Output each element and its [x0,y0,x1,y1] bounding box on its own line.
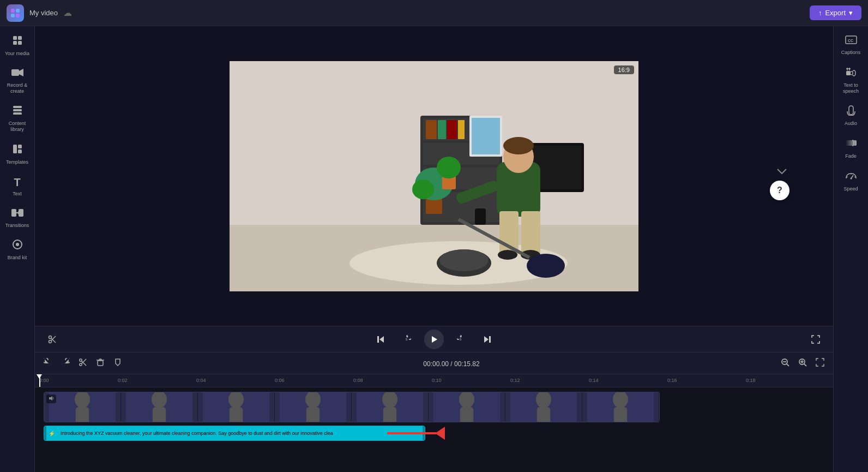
svg-rect-6 [13,41,17,45]
topbar: My video ☁ ↑ Export ▾ [0,0,868,26]
svg-rect-30 [426,120,437,139]
track-frame [121,392,198,422]
svg-line-135 [847,177,848,177]
svg-point-57 [527,254,565,278]
transitions-icon [11,208,23,220]
tracks-area: Introducing the XYZ vacuum cleaner, your… [35,387,833,445]
svg-line-65 [51,336,56,340]
timecode-text: 00:00.00 / 00:15.82 [423,360,479,368]
undo-button[interactable] [41,356,55,371]
export-chevron: ▾ [849,9,853,17]
svg-rect-16 [11,209,16,217]
svg-rect-4 [13,36,17,40]
expand-timeline-button[interactable] [774,167,789,176]
fade-icon [845,138,857,151]
delete-button[interactable] [94,356,107,371]
video-track[interactable] [44,392,660,422]
rewind-button[interactable]: 5 [398,331,415,348]
video-controls: 5 5 [35,326,833,352]
controls-right [807,331,824,348]
ruler-mark-8: 0:08 [353,378,432,383]
sidebar-label-text-to-speech: Text tospeech [843,82,859,94]
svg-point-53 [439,249,489,271]
svg-point-63 [49,340,52,343]
zoom-out-button[interactable] [779,356,792,371]
track-frame [198,392,275,422]
help-icon: ? [777,186,782,195]
export-button[interactable]: ↑ Export ▾ [810,5,861,20]
mark-button[interactable] [111,356,124,371]
svg-rect-1 [16,9,20,13]
center-area: 16:9 ? [35,26,833,472]
svg-rect-120 [537,407,551,422]
skip-forward-button[interactable] [479,331,496,348]
video-frame: 16:9 [230,61,638,291]
ruler-mark-18: 0:18 [746,378,824,383]
sidebar-item-text-to-speech[interactable]: Text tospeech [836,62,866,99]
help-button[interactable]: ? [770,181,789,200]
caption-track[interactable]: Introducing the XYZ vacuum cleaner, your… [44,426,425,441]
ruler-mark-16: 0:16 [667,378,746,383]
cloud-icon: ☁ [63,8,72,18]
sidebar-item-audio[interactable]: Audio [836,100,866,131]
export-icon: ↑ [818,9,822,17]
ruler-mark-10: 0:10 [432,378,510,383]
sidebar-item-captions[interactable]: CC Captions [836,31,866,60]
svg-marker-66 [379,336,384,343]
svg-rect-0 [11,9,15,13]
sidebar-label-content-library: Contentlibrary [9,121,26,133]
sidebar-item-templates[interactable]: Templates [2,139,33,170]
sidebar-item-your-media[interactable]: Your media [2,31,33,61]
sidebar-label-audio: Audio [845,121,857,127]
fit-timeline-button[interactable] [813,356,827,371]
time-display: 00:00.00 / 00:15.82 [423,359,479,368]
svg-rect-12 [13,112,22,115]
track-frame [582,392,659,422]
fast-forward-button[interactable]: 5 [453,331,470,348]
video-track-container [39,392,829,422]
main-layout: Your media Record &create Contentlibrary [0,26,868,472]
sidebar-item-brand-kit[interactable]: Brand kit [2,235,33,265]
svg-rect-81 [98,361,103,366]
topbar-left: My video ☁ [7,4,72,22]
sidebar-item-speed[interactable]: Speed [836,166,866,196]
svg-marker-84 [116,359,120,366]
svg-rect-15 [18,150,22,153]
ruler-mark-12: 0:12 [510,378,589,383]
playhead[interactable] [39,374,40,387]
sidebar-item-content-library[interactable]: Contentlibrary [2,100,33,137]
svg-point-48 [498,250,517,260]
svg-line-64 [51,338,56,343]
zoom-controls [779,356,827,371]
sidebar-item-transitions[interactable]: Transitions [2,204,33,233]
sidebar-item-fade[interactable]: Fade [836,133,866,164]
timeline-toolbar: 00:00.00 / 00:15.82 [35,352,833,374]
caption-right-handle[interactable] [423,426,425,440]
svg-point-41 [437,157,461,178]
svg-point-62 [49,336,52,338]
redo-button[interactable] [59,356,72,371]
text-to-speech-icon [845,67,857,80]
sidebar-item-record[interactable]: Record &create [2,63,33,99]
track-frame [505,392,582,422]
play-button[interactable] [424,330,444,349]
zoom-in-button[interactable] [796,356,809,371]
svg-rect-74 [489,336,491,343]
ruler-mark-0: 0:00 [39,378,118,383]
svg-rect-8 [11,69,19,76]
skip-back-button[interactable] [372,331,389,348]
scissors-control-button[interactable] [44,331,61,348]
your-media-icon [12,35,23,49]
sidebar-label-captions: Captions [841,50,861,56]
svg-rect-83 [99,359,101,360]
track-frame [429,392,505,422]
caption-left-handle[interactable] [44,426,46,440]
content-library-icon [12,105,23,118]
cut-button[interactable] [76,356,89,371]
svg-point-39 [412,180,434,199]
fullscreen-button[interactable] [807,331,824,348]
svg-point-21 [16,243,19,246]
svg-marker-70 [432,336,437,343]
templates-icon [12,144,23,157]
sidebar-item-text[interactable]: T Text [2,172,33,201]
